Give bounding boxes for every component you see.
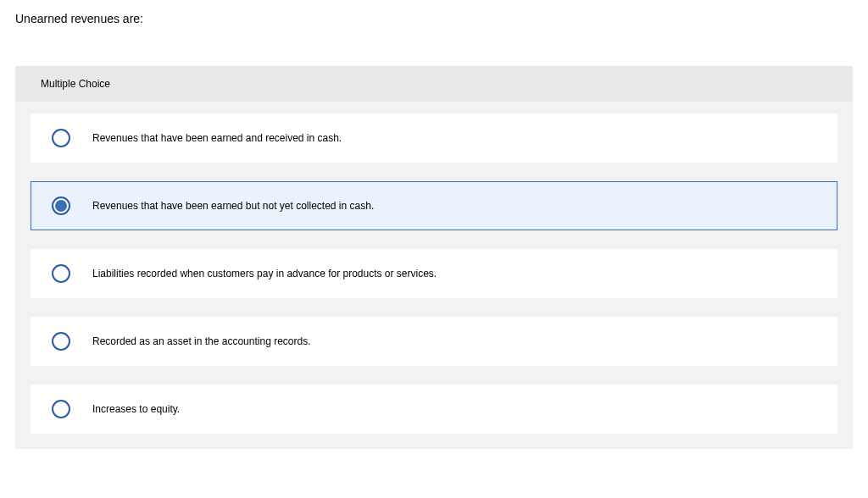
radio-icon xyxy=(52,264,70,283)
radio-icon xyxy=(52,400,70,418)
option-1[interactable]: Revenues that have been earned but not y… xyxy=(31,181,837,230)
option-0[interactable]: Revenues that have been earned and recei… xyxy=(31,113,837,163)
option-label: Revenues that have been earned but not y… xyxy=(92,200,374,212)
option-label: Revenues that have been earned and recei… xyxy=(92,132,342,144)
radio-icon xyxy=(52,332,70,351)
options-area: Revenues that have been earned and recei… xyxy=(15,102,853,449)
option-3[interactable]: Recorded as an asset in the accounting r… xyxy=(31,317,837,366)
option-label: Increases to equity. xyxy=(92,403,180,415)
radio-icon xyxy=(52,129,70,147)
option-label: Recorded as an asset in the accounting r… xyxy=(92,335,310,347)
quiz-container: Multiple Choice Revenues that have been … xyxy=(15,66,853,449)
option-label: Liabilities recorded when customers pay … xyxy=(92,268,437,279)
option-2[interactable]: Liabilities recorded when customers pay … xyxy=(31,249,837,298)
question-text: Unearned revenues are: xyxy=(0,0,868,25)
section-label: Multiple Choice xyxy=(15,66,853,102)
option-4[interactable]: Increases to equity. xyxy=(31,385,837,434)
radio-icon xyxy=(52,196,70,215)
